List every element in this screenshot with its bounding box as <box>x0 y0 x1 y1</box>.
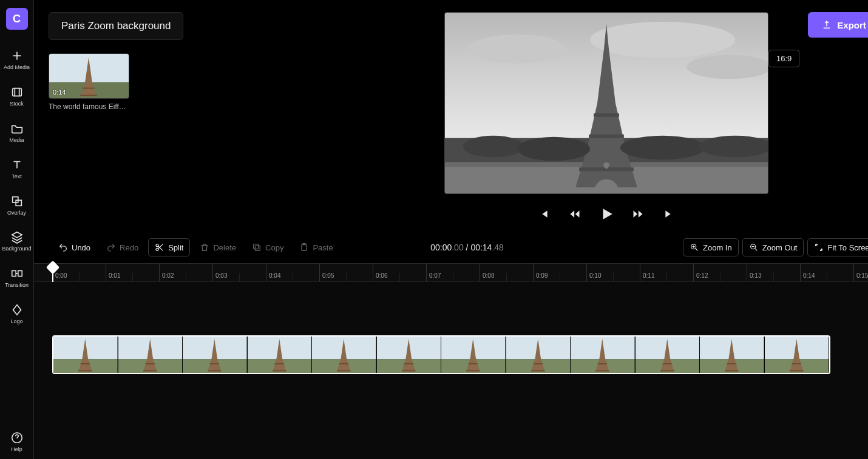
svg-point-15 <box>463 136 524 158</box>
help-icon <box>10 431 24 444</box>
timecode-sep: / <box>464 243 471 252</box>
project-title[interactable]: Paris Zoom background <box>49 12 183 40</box>
sidebar-item-add-media[interactable]: Add Media <box>0 41 34 77</box>
ruler-tick-label: 0:09 <box>536 272 548 279</box>
ruler-tick: 0:09 <box>533 264 548 281</box>
svg-rect-2 <box>16 200 21 206</box>
clip-frame <box>183 337 248 373</box>
folder-icon <box>10 122 24 135</box>
sidebar-item-text[interactable]: Text <box>0 150 34 186</box>
paste-label: Paste <box>313 243 333 252</box>
sidebar-item-label: Transition <box>4 283 30 289</box>
zoom-in-button[interactable]: Zoom In <box>683 238 739 256</box>
ruler-tick: 0:14 <box>800 264 815 281</box>
skip-end-icon <box>663 208 676 220</box>
layers-icon <box>10 230 24 244</box>
transition-icon <box>10 267 24 280</box>
ruler-subtick <box>186 273 189 282</box>
zoom-in-label: Zoom In <box>703 243 732 252</box>
sidebar-item-help[interactable]: Help <box>0 423 34 459</box>
copy-icon <box>252 243 262 252</box>
skip-end-button[interactable] <box>662 206 677 222</box>
sidebar-item-overlay[interactable]: Overlay <box>0 186 34 223</box>
diamond-icon <box>10 303 24 317</box>
zoom-out-button[interactable]: Zoom Out <box>742 238 804 256</box>
plus-icon <box>10 49 24 62</box>
aspect-ratio-badge[interactable]: 16:9 <box>768 50 799 67</box>
text-icon <box>10 158 24 172</box>
split-button[interactable]: Split <box>148 238 190 256</box>
svg-rect-4 <box>18 271 21 276</box>
timeline-ruler[interactable]: 0:000:010:020:030:040:050:060:070:080:09… <box>34 264 868 282</box>
ruler-tick: 0:11 <box>640 264 654 281</box>
skip-start-button[interactable] <box>535 206 551 222</box>
ruler-tick-label: 0:11 <box>643 272 654 279</box>
overlay-icon <box>10 195 24 208</box>
ruler-tick-label: 0:00 <box>55 272 67 279</box>
clip-frame <box>53 337 118 373</box>
svg-rect-21 <box>255 246 260 250</box>
ruler-tick-label: 0:03 <box>215 272 227 279</box>
ruler-tick: 0:01 <box>106 264 120 281</box>
fit-to-screen-button[interactable]: Fit To Screen <box>807 238 868 256</box>
ruler-subtick <box>613 273 616 282</box>
ruler-tick-label: 0:06 <box>376 272 387 279</box>
redo-button[interactable]: Redo <box>100 239 144 256</box>
clip-frame <box>441 337 506 373</box>
svg-rect-0 <box>12 88 21 96</box>
media-thumbnail-caption: The world famous Eiffel … <box>49 102 129 111</box>
forward-icon <box>632 208 644 220</box>
paste-icon <box>299 243 309 252</box>
scissors-icon <box>155 243 164 252</box>
sidebar-item-logo[interactable]: Logo <box>0 295 34 331</box>
sidebar-item-label: Stock <box>8 101 25 107</box>
ruler-tick-label: 0:05 <box>322 272 334 279</box>
timeline-tracks[interactable] <box>34 282 868 459</box>
rewind-button[interactable] <box>567 206 583 222</box>
forward-button[interactable] <box>630 206 646 222</box>
media-panel-item[interactable]: 0:14 The world famous Eiffel … <box>49 53 129 111</box>
svg-rect-3 <box>12 271 15 276</box>
aspect-ratio-text: 16:9 <box>776 54 792 63</box>
fit-icon <box>814 243 824 252</box>
timecode-display: 00:00.00 / 00:14.48 <box>430 243 504 252</box>
ruler-tick: 0:05 <box>319 264 334 281</box>
export-button[interactable]: Export <box>808 12 868 38</box>
ruler-subtick <box>346 273 349 282</box>
app-logo-initial: C <box>13 13 21 25</box>
ruler-tick: 0:12 <box>693 264 708 281</box>
ruler-subtick <box>293 273 296 282</box>
paste-button[interactable]: Paste <box>293 239 339 256</box>
project-title-text: Paris Zoom background <box>61 20 171 32</box>
sidebar-item-label: Overlay <box>6 210 27 216</box>
ruler-tick: 0:13 <box>747 264 761 281</box>
sidebar-item-stock[interactable]: Stock <box>0 77 34 113</box>
ruler-subtick <box>399 273 402 282</box>
undo-icon <box>58 243 68 252</box>
clip-frame <box>571 337 636 373</box>
video-preview[interactable] <box>444 12 768 194</box>
playback-controls <box>444 206 768 222</box>
sidebar-item-transition[interactable]: Transition <box>0 258 34 295</box>
sidebar-item-media[interactable]: Media <box>0 113 34 150</box>
undo-button[interactable]: Undo <box>52 239 97 256</box>
edit-toolbar: Undo Redo Split Delete Copy Paste <box>34 235 868 260</box>
delete-button[interactable]: Delete <box>194 239 242 256</box>
play-icon <box>598 206 614 223</box>
clip-frame <box>118 337 183 373</box>
ruler-tick: 0:06 <box>373 264 387 281</box>
trash-icon <box>200 243 209 252</box>
ruler-subtick <box>506 273 509 282</box>
copy-button[interactable]: Copy <box>246 239 290 256</box>
media-thumbnail[interactable]: 0:14 <box>49 53 129 99</box>
zoom-out-label: Zoom Out <box>762 243 798 252</box>
timeline-clip[interactable] <box>52 335 830 374</box>
clip-frame <box>377 337 442 373</box>
timecode-total: 00:14 <box>470 243 492 252</box>
skip-start-icon <box>537 208 549 220</box>
main-area: Paris Zoom background 0:14 The world f <box>34 0 868 459</box>
rewind-icon <box>569 208 581 220</box>
play-button[interactable] <box>598 206 614 222</box>
timeline[interactable]: 0:000:010:020:030:040:050:060:070:080:09… <box>34 263 868 459</box>
sidebar-item-background[interactable]: Background <box>0 222 34 258</box>
